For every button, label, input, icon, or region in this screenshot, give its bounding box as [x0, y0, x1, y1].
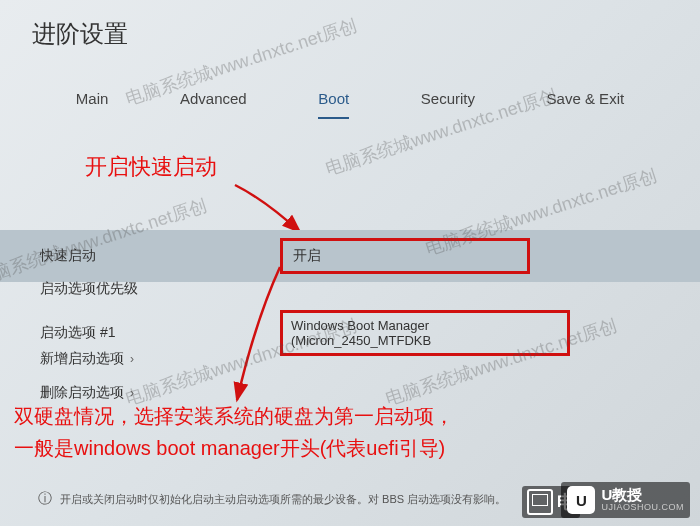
annotation-dualdrive-line2: 一般是windows boot manager开头(代表uefi引导) [14, 432, 454, 464]
label-fastboot: 快速启动 [40, 247, 280, 265]
chevron-right-icon: › [130, 352, 134, 366]
tab-save-exit[interactable]: Save & Exit [547, 82, 625, 115]
tab-advanced[interactable]: Advanced [180, 82, 247, 115]
info-icon: ⓘ [38, 490, 52, 508]
label-boot-option-1: 启动选项 #1 [40, 324, 280, 342]
row-new-boot-option[interactable]: 新增启动选项› [0, 342, 700, 376]
value-fastboot[interactable]: 开启 [280, 238, 530, 274]
tab-bar: Main Advanced Boot Security Save & Exit [0, 82, 700, 115]
page-title: 进阶设置 [32, 18, 128, 50]
label-boot-priority: 启动选项优先级 [40, 280, 280, 298]
logo-ujiaoshou: U U教授 UJIAOSHOU.COM [561, 482, 690, 518]
chevron-right-icon: › [130, 386, 134, 400]
tab-main[interactable]: Main [76, 82, 109, 115]
monitor-icon [527, 489, 553, 515]
footer-help-text: ⓘ 开启或关闭启动时仅初始化启动主动启动选项所需的最少设备。对 BBS 启动选项… [38, 490, 506, 508]
logo-main-text: U教授 [601, 487, 684, 504]
annotation-dualdrive-line1: 双硬盘情况，选择安装系统的硬盘为第一启动项， [14, 400, 454, 432]
tab-security[interactable]: Security [421, 82, 475, 115]
annotation-fastboot: 开启快速启动 [85, 152, 217, 182]
tab-boot[interactable]: Boot [318, 82, 349, 115]
row-boot-priority: 启动选项优先级 [0, 272, 700, 306]
logo-sub-text: UJIAOSHOU.COM [601, 503, 684, 513]
label-new-boot-option: 新增启动选项› [40, 350, 280, 368]
annotation-dualdrive: 双硬盘情况，选择安装系统的硬盘为第一启动项， 一般是windows boot m… [14, 400, 454, 464]
logo-u-badge: U [567, 486, 595, 514]
